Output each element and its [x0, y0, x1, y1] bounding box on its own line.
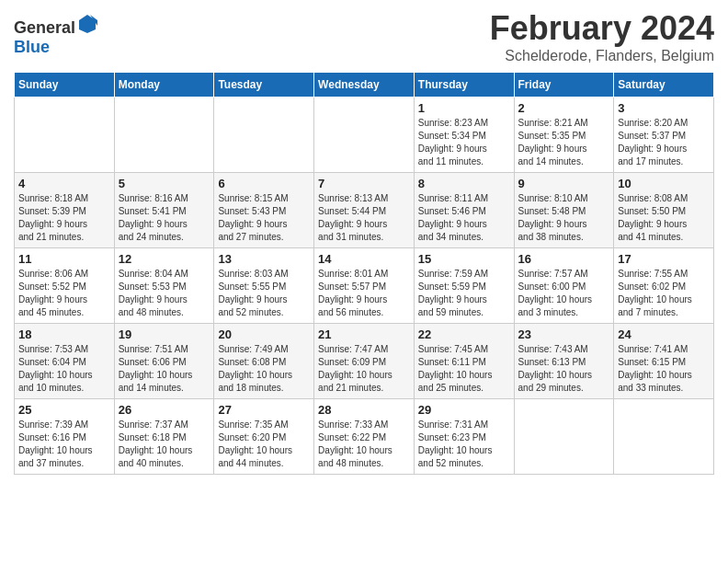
day-info: Sunrise: 7:43 AMSunset: 6:13 PMDaylight:…: [518, 343, 610, 395]
day-info: Sunrise: 7:49 AMSunset: 6:08 PMDaylight:…: [218, 343, 310, 395]
day-info: Sunrise: 7:53 AMSunset: 6:04 PMDaylight:…: [18, 343, 110, 395]
day-info: Sunrise: 7:31 AMSunset: 6:23 PMDaylight:…: [418, 419, 510, 470]
day-number: 6: [218, 177, 310, 190]
day-number: 22: [418, 327, 510, 341]
calendar-cell: 5Sunrise: 8:16 AMSunset: 5:41 PMDaylight…: [114, 173, 214, 248]
day-number: 1: [418, 101, 510, 115]
day-header-sunday: Sunday: [15, 73, 115, 98]
calendar-cell: 26Sunrise: 7:37 AMSunset: 6:18 PMDayligh…: [114, 399, 214, 475]
calendar-week-row: 4Sunrise: 8:18 AMSunset: 5:39 PMDaylight…: [15, 173, 714, 248]
calendar-cell: 8Sunrise: 8:11 AMSunset: 5:46 PMDaylight…: [414, 173, 514, 248]
day-info: Sunrise: 7:47 AMSunset: 6:09 PMDaylight:…: [318, 343, 410, 395]
day-header-thursday: Thursday: [414, 73, 514, 98]
day-number: 3: [618, 101, 710, 115]
calendar-body: 1Sunrise: 8:23 AMSunset: 5:34 PMDaylight…: [15, 98, 714, 475]
calendar-cell: 9Sunrise: 8:10 AMSunset: 5:48 PMDaylight…: [514, 173, 614, 248]
day-info: Sunrise: 8:20 AMSunset: 5:37 PMDaylight:…: [618, 117, 710, 168]
calendar-header-row: SundayMondayTuesdayWednesdayThursdayFrid…: [15, 73, 714, 98]
day-number: 23: [518, 327, 610, 341]
day-info: Sunrise: 8:03 AMSunset: 5:55 PMDaylight:…: [218, 268, 310, 319]
day-info: Sunrise: 8:18 AMSunset: 5:39 PMDaylight:…: [18, 192, 110, 244]
day-number: 13: [218, 252, 310, 266]
calendar-week-row: 11Sunrise: 8:06 AMSunset: 5:52 PMDayligh…: [15, 248, 714, 324]
calendar-cell: 2Sunrise: 8:21 AMSunset: 5:35 PMDaylight…: [514, 98, 614, 173]
calendar-cell: 14Sunrise: 8:01 AMSunset: 5:57 PMDayligh…: [314, 248, 415, 324]
day-header-saturday: Saturday: [614, 73, 714, 98]
day-info: Sunrise: 8:15 AMSunset: 5:43 PMDaylight:…: [218, 192, 310, 244]
day-info: Sunrise: 7:55 AMSunset: 6:02 PMDaylight:…: [618, 268, 710, 319]
header: General Blue February 2024 Schelderode, …: [14, 9, 714, 64]
calendar-table: SundayMondayTuesdayWednesdayThursdayFrid…: [14, 72, 714, 475]
day-info: Sunrise: 8:13 AMSunset: 5:44 PMDaylight:…: [318, 192, 410, 244]
day-header-monday: Monday: [114, 73, 214, 98]
calendar-cell: 29Sunrise: 7:31 AMSunset: 6:23 PMDayligh…: [414, 399, 514, 475]
logo-blue: Blue: [14, 38, 50, 56]
calendar-cell: 19Sunrise: 7:51 AMSunset: 6:06 PMDayligh…: [114, 324, 214, 399]
calendar-cell: 27Sunrise: 7:35 AMSunset: 6:20 PMDayligh…: [214, 399, 314, 475]
location-subtitle: Schelderode, Flanders, Belgium: [490, 48, 714, 64]
day-number: 26: [119, 403, 210, 417]
day-number: 25: [18, 403, 110, 417]
day-number: 4: [18, 177, 110, 190]
calendar-cell: 25Sunrise: 7:39 AMSunset: 6:16 PMDayligh…: [15, 399, 115, 475]
day-number: 27: [218, 403, 310, 417]
day-number: 11: [18, 252, 110, 266]
day-number: 5: [119, 177, 210, 190]
calendar-cell: 17Sunrise: 7:55 AMSunset: 6:02 PMDayligh…: [614, 248, 714, 324]
calendar-cell: 6Sunrise: 8:15 AMSunset: 5:43 PMDaylight…: [214, 173, 314, 248]
logo-icon: [77, 13, 97, 33]
day-number: 20: [218, 327, 310, 341]
calendar-cell: [614, 399, 714, 475]
calendar-cell: 4Sunrise: 8:18 AMSunset: 5:39 PMDaylight…: [15, 173, 115, 248]
day-info: Sunrise: 8:23 AMSunset: 5:34 PMDaylight:…: [418, 117, 510, 168]
day-number: 12: [119, 252, 210, 266]
day-info: Sunrise: 8:04 AMSunset: 5:53 PMDaylight:…: [119, 268, 210, 319]
day-number: 21: [318, 327, 410, 341]
calendar-cell: 3Sunrise: 8:20 AMSunset: 5:37 PMDaylight…: [614, 98, 714, 173]
day-number: 17: [618, 252, 710, 266]
day-number: 15: [418, 252, 510, 266]
calendar-cell: 13Sunrise: 8:03 AMSunset: 5:55 PMDayligh…: [214, 248, 314, 324]
calendar-cell: 12Sunrise: 8:04 AMSunset: 5:53 PMDayligh…: [114, 248, 214, 324]
day-number: 29: [418, 403, 510, 417]
calendar-cell: [114, 98, 214, 173]
day-number: 8: [418, 177, 510, 190]
day-header-tuesday: Tuesday: [214, 73, 314, 98]
day-info: Sunrise: 7:45 AMSunset: 6:11 PMDaylight:…: [418, 343, 510, 395]
day-info: Sunrise: 7:57 AMSunset: 6:00 PMDaylight:…: [518, 268, 610, 319]
day-info: Sunrise: 7:39 AMSunset: 6:16 PMDaylight:…: [18, 419, 110, 470]
calendar-cell: 16Sunrise: 7:57 AMSunset: 6:00 PMDayligh…: [514, 248, 614, 324]
calendar-cell: [514, 399, 614, 475]
calendar-cell: 7Sunrise: 8:13 AMSunset: 5:44 PMDaylight…: [314, 173, 415, 248]
day-number: 14: [318, 252, 410, 266]
calendar-cell: [15, 98, 115, 173]
day-number: 28: [318, 403, 410, 417]
day-info: Sunrise: 8:06 AMSunset: 5:52 PMDaylight:…: [18, 268, 110, 319]
day-info: Sunrise: 7:35 AMSunset: 6:20 PMDaylight:…: [218, 419, 310, 470]
calendar-week-row: 18Sunrise: 7:53 AMSunset: 6:04 PMDayligh…: [15, 324, 714, 399]
day-info: Sunrise: 8:16 AMSunset: 5:41 PMDaylight:…: [119, 192, 210, 244]
day-info: Sunrise: 8:08 AMSunset: 5:50 PMDaylight:…: [618, 192, 710, 244]
calendar-cell: 24Sunrise: 7:41 AMSunset: 6:15 PMDayligh…: [614, 324, 714, 399]
calendar-cell: [314, 98, 415, 173]
day-info: Sunrise: 8:11 AMSunset: 5:46 PMDaylight:…: [418, 192, 510, 244]
day-number: 10: [618, 177, 710, 190]
calendar-cell: 20Sunrise: 7:49 AMSunset: 6:08 PMDayligh…: [214, 324, 314, 399]
day-info: Sunrise: 7:41 AMSunset: 6:15 PMDaylight:…: [618, 343, 710, 395]
day-info: Sunrise: 7:51 AMSunset: 6:06 PMDaylight:…: [119, 343, 210, 395]
calendar-cell: 21Sunrise: 7:47 AMSunset: 6:09 PMDayligh…: [314, 324, 415, 399]
calendar-cell: 15Sunrise: 7:59 AMSunset: 5:59 PMDayligh…: [414, 248, 514, 324]
calendar-cell: 11Sunrise: 8:06 AMSunset: 5:52 PMDayligh…: [15, 248, 115, 324]
calendar-cell: 22Sunrise: 7:45 AMSunset: 6:11 PMDayligh…: [414, 324, 514, 399]
day-number: 18: [18, 327, 110, 341]
calendar-week-row: 1Sunrise: 8:23 AMSunset: 5:34 PMDaylight…: [15, 98, 714, 173]
day-number: 19: [119, 327, 210, 341]
day-number: 9: [518, 177, 610, 190]
day-header-wednesday: Wednesday: [314, 73, 415, 98]
day-info: Sunrise: 8:01 AMSunset: 5:57 PMDaylight:…: [318, 268, 410, 319]
day-info: Sunrise: 8:10 AMSunset: 5:48 PMDaylight:…: [518, 192, 610, 244]
calendar-cell: [214, 98, 314, 173]
day-info: Sunrise: 7:33 AMSunset: 6:22 PMDaylight:…: [318, 419, 410, 470]
calendar-week-row: 25Sunrise: 7:39 AMSunset: 6:16 PMDayligh…: [15, 399, 714, 475]
day-number: 7: [318, 177, 410, 190]
